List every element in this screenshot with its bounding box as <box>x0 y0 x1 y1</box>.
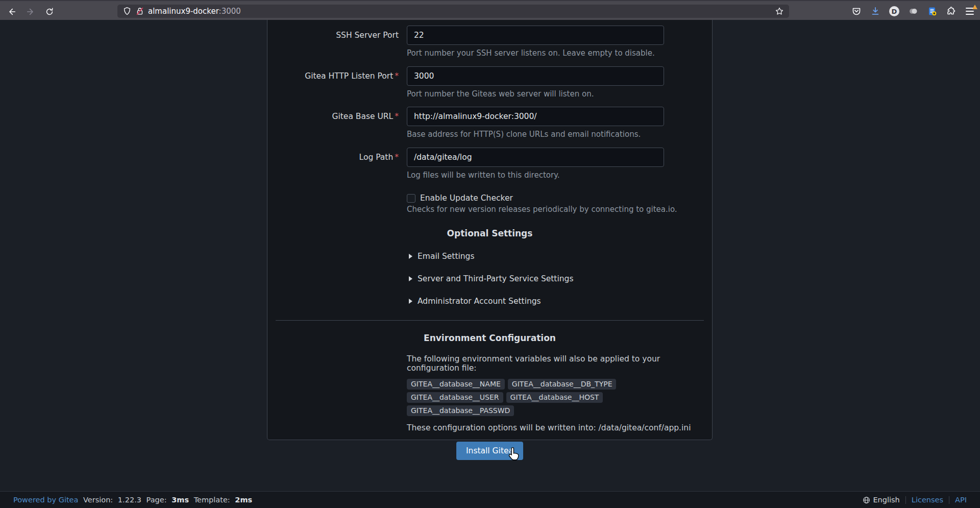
collapsible-label: Administrator Account Settings <box>418 297 541 306</box>
server-third-party-collapsible[interactable]: Server and Third-Party Service Settings <box>409 261 712 283</box>
extensions-puzzle-icon[interactable] <box>945 5 957 17</box>
admin-account-collapsible[interactable]: Administrator Account Settings <box>409 283 712 306</box>
reload-icon <box>45 7 54 16</box>
containers-extension-icon[interactable] <box>907 5 919 17</box>
document-download-extension-icon[interactable] <box>926 5 938 17</box>
url-text: almalinux9-docker:3000 <box>148 7 241 16</box>
page-time-value: 3ms <box>172 496 189 504</box>
required-asterisk: * <box>395 112 399 121</box>
bookmark-star-icon[interactable] <box>775 7 784 16</box>
licenses-link[interactable]: Licenses <box>912 496 943 504</box>
field-help-text: Log files will be written to this direct… <box>407 171 664 181</box>
back-arrow-icon <box>7 7 16 16</box>
install-form-panel: SSH Server Port Port number your SSH ser… <box>267 20 713 440</box>
environment-intro-text: The following environment variables will… <box>407 354 712 373</box>
field-label: Gitea HTTP Listen Port* <box>267 66 407 86</box>
language-label: English <box>873 496 899 504</box>
env-variable-badge: GITEA__database__USER <box>407 392 503 403</box>
update-available-badge <box>972 5 977 9</box>
powered-by-gitea-link[interactable]: Powered by Gitea <box>13 496 78 504</box>
api-link[interactable]: API <box>955 496 967 504</box>
forward-button[interactable] <box>24 5 37 18</box>
url-host: almalinux9-docker <box>148 7 219 16</box>
env-variable-badge: GITEA__database__PASSWD <box>407 405 514 416</box>
env-variable-badge: GITEA__database__DB_TYPE <box>508 379 617 390</box>
checkbox-label[interactable]: Enable Update Checker <box>420 193 513 203</box>
install-gitea-button[interactable]: Install Gitea <box>456 442 523 460</box>
browser-toolbar: almalinux9-docker:3000 D <box>0 0 980 20</box>
config-path-text: These configuration options will be writ… <box>407 423 712 432</box>
log-path-input[interactable] <box>407 148 664 167</box>
collapsible-label: Email Settings <box>418 252 475 261</box>
environment-variable-badges: GITEA__database__NAME GITEA__database__D… <box>407 379 672 416</box>
tracking-protection-shield-icon[interactable] <box>122 7 132 16</box>
collapse-arrow-icon <box>409 276 412 281</box>
page-background: SSH Server Port Port number your SSH ser… <box>0 20 980 491</box>
checkbox-help-text: Checks for new version releases periodic… <box>407 205 712 214</box>
page-time-label: Page: <box>146 496 167 504</box>
url-bar[interactable]: almalinux9-docker:3000 <box>117 5 789 18</box>
footer-right: English Licenses API <box>863 496 967 504</box>
collapsible-label: Server and Third-Party Service Settings <box>418 274 573 283</box>
field-label: Log Path* <box>267 148 407 167</box>
env-variable-badge: GITEA__database__NAME <box>407 379 505 390</box>
update-checker-row: Enable Update Checker <box>407 193 712 203</box>
env-variable-badge: GITEA__database__HOST <box>506 392 603 403</box>
toolbar-extensions: D <box>850 5 976 18</box>
field-http-listen-port: Gitea HTTP Listen Port* Port number the … <box>267 66 712 100</box>
gitea-footer: Powered by Gitea Version: 1.22.3 Page: 3… <box>0 491 980 508</box>
version-label: Version: <box>83 496 113 504</box>
dark-reader-extension-icon[interactable]: D <box>888 5 900 17</box>
footer-separator <box>949 496 949 504</box>
ssh-server-port-input[interactable] <box>407 26 664 45</box>
email-settings-collapsible[interactable]: Email Settings <box>409 238 712 261</box>
field-help-text: Port number the Giteas web server will l… <box>407 89 664 100</box>
insecure-lock-icon[interactable] <box>135 7 144 16</box>
section-divider <box>276 320 704 321</box>
field-label: Gitea Base URL* <box>267 107 407 126</box>
language-selector[interactable]: English <box>863 496 899 504</box>
footer-left: Powered by Gitea Version: 1.22.3 Page: 3… <box>13 496 252 504</box>
environment-configuration-heading: Environment Configuration <box>267 333 712 343</box>
base-url-input[interactable] <box>407 107 664 126</box>
collapse-arrow-icon <box>409 299 412 304</box>
field-help-text: Base address for HTTP(S) clone URLs and … <box>407 130 664 140</box>
url-port: :3000 <box>219 7 241 16</box>
pocket-icon[interactable] <box>850 5 863 17</box>
globe-icon <box>863 496 870 504</box>
required-asterisk: * <box>395 153 399 162</box>
collapse-arrow-icon <box>409 254 412 259</box>
required-asterisk: * <box>395 71 399 81</box>
field-help-text: Port number your SSH server listens on. … <box>407 49 664 59</box>
http-listen-port-input[interactable] <box>407 66 664 86</box>
field-base-url: Gitea Base URL* Base address for HTTP(S)… <box>267 107 712 140</box>
template-time-value: 2ms <box>235 496 252 504</box>
version-value: 1.22.3 <box>118 496 141 504</box>
footer-separator <box>905 496 906 504</box>
enable-update-checker-checkbox[interactable] <box>407 194 415 203</box>
menu-hamburger-icon[interactable] <box>964 5 976 17</box>
reload-button[interactable] <box>43 5 56 18</box>
optional-settings-heading: Optional Settings <box>267 228 712 238</box>
downloads-icon[interactable] <box>869 5 881 17</box>
field-label: SSH Server Port <box>267 26 407 45</box>
template-time-label: Template: <box>194 496 230 504</box>
back-button[interactable] <box>5 5 18 18</box>
field-log-path: Log Path* Log files will be written to t… <box>267 148 712 181</box>
field-ssh-server-port: SSH Server Port Port number your SSH ser… <box>267 26 712 59</box>
forward-arrow-icon <box>26 7 35 16</box>
